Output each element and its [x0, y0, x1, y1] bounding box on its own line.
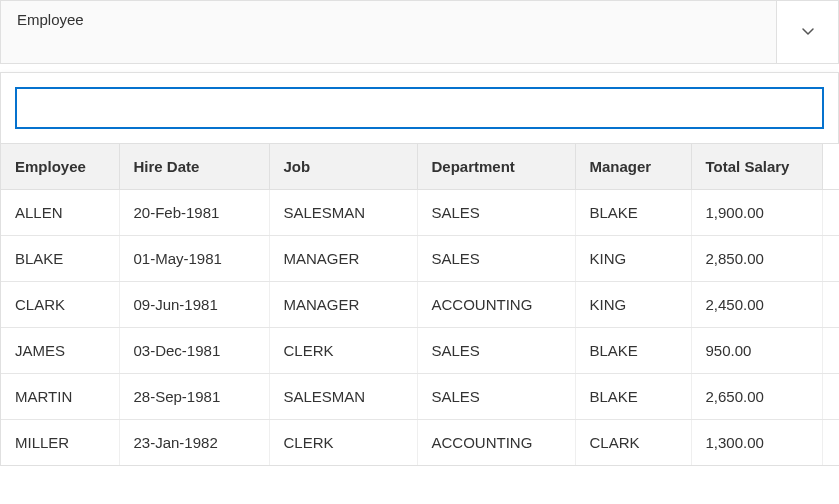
table-row[interactable]: ALLEN20-Feb-1981SALESMANSALESBLAKE1,900.… — [1, 190, 839, 236]
cell-department: ACCOUNTING — [417, 420, 575, 466]
cell-employee: ALLEN — [1, 190, 119, 236]
cell-job: SALESMAN — [269, 190, 417, 236]
cell-total-salary: 2,850.00 — [691, 236, 822, 282]
cell-job: MANAGER — [269, 236, 417, 282]
cell-manager: BLAKE — [575, 190, 691, 236]
table-row[interactable]: MILLER23-Jan-1982CLERKACCOUNTINGCLARK1,3… — [1, 420, 839, 466]
table-row[interactable]: BLAKE01-May-1981MANAGERSALESKING2,850.00 — [1, 236, 839, 282]
cell-department: SALES — [417, 190, 575, 236]
cell-employee: JAMES — [1, 328, 119, 374]
cell-hire-date: 20-Feb-1981 — [119, 190, 269, 236]
search-wrap — [1, 73, 838, 143]
col-header-hire-date[interactable]: Hire Date — [119, 144, 269, 190]
cell-total-salary: 950.00 — [691, 328, 822, 374]
cell-manager: CLARK — [575, 420, 691, 466]
cell-hire-date: 23-Jan-1982 — [119, 420, 269, 466]
cell-employee: MILLER — [1, 420, 119, 466]
search-input[interactable] — [15, 87, 824, 129]
employee-select[interactable]: Employee — [0, 0, 839, 64]
cell-pad — [822, 236, 839, 282]
cell-pad — [822, 420, 839, 466]
cell-total-salary: 2,650.00 — [691, 374, 822, 420]
cell-department: ACCOUNTING — [417, 282, 575, 328]
cell-employee: BLAKE — [1, 236, 119, 282]
cell-pad — [822, 328, 839, 374]
cell-department: SALES — [417, 328, 575, 374]
col-header-total-salary[interactable]: Total Salary — [691, 144, 822, 190]
cell-total-salary: 1,900.00 — [691, 190, 822, 236]
cell-hire-date: 09-Jun-1981 — [119, 282, 269, 328]
cell-job: SALESMAN — [269, 374, 417, 420]
col-header-job[interactable]: Job — [269, 144, 417, 190]
cell-hire-date: 01-May-1981 — [119, 236, 269, 282]
cell-hire-date: 28-Sep-1981 — [119, 374, 269, 420]
col-header-employee[interactable]: Employee — [1, 144, 119, 190]
cell-employee: CLARK — [1, 282, 119, 328]
col-header-department[interactable]: Department — [417, 144, 575, 190]
table-row[interactable]: MARTIN28-Sep-1981SALESMANSALESBLAKE2,650… — [1, 374, 839, 420]
cell-pad — [822, 374, 839, 420]
cell-manager: KING — [575, 282, 691, 328]
cell-manager: BLAKE — [575, 328, 691, 374]
cell-employee: MARTIN — [1, 374, 119, 420]
cell-hire-date: 03-Dec-1981 — [119, 328, 269, 374]
cell-total-salary: 2,450.00 — [691, 282, 822, 328]
cell-pad — [822, 190, 839, 236]
table-header-row: Employee Hire Date Job Department Manage… — [1, 144, 839, 190]
cell-manager: KING — [575, 236, 691, 282]
cell-job: CLERK — [269, 328, 417, 374]
cell-job: MANAGER — [269, 282, 417, 328]
cell-total-salary: 1,300.00 — [691, 420, 822, 466]
table-row[interactable]: JAMES03-Dec-1981CLERKSALESBLAKE950.00 — [1, 328, 839, 374]
employee-table: Employee Hire Date Job Department Manage… — [1, 143, 839, 465]
chevron-down-icon — [800, 23, 816, 42]
select-toggle-button[interactable] — [776, 1, 838, 63]
select-label: Employee — [1, 1, 776, 63]
table-row[interactable]: CLARK09-Jun-1981MANAGERACCOUNTINGKING2,4… — [1, 282, 839, 328]
col-header-manager[interactable]: Manager — [575, 144, 691, 190]
cell-job: CLERK — [269, 420, 417, 466]
col-header-pad — [822, 144, 839, 190]
cell-manager: BLAKE — [575, 374, 691, 420]
cell-department: SALES — [417, 374, 575, 420]
cell-pad — [822, 282, 839, 328]
cell-department: SALES — [417, 236, 575, 282]
employee-dropdown-popup: Employee Hire Date Job Department Manage… — [0, 72, 839, 466]
